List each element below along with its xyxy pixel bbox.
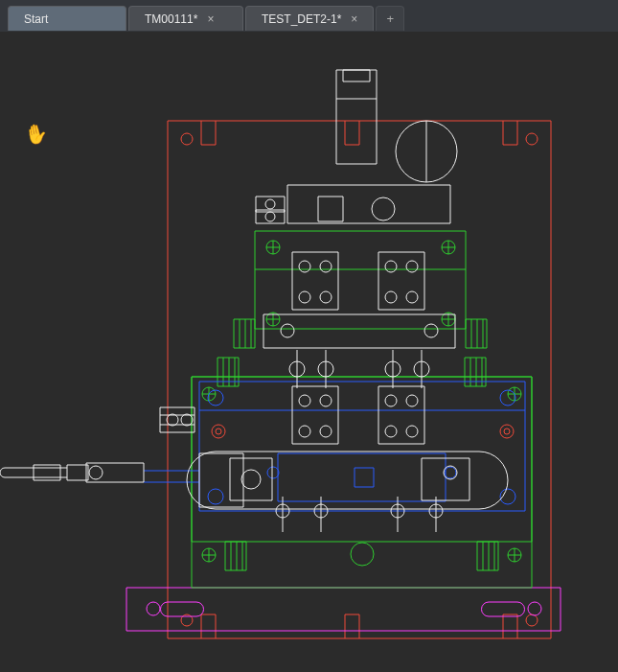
- svg-point-116: [406, 261, 418, 272]
- svg-point-33: [528, 602, 541, 615]
- svg-point-106: [372, 197, 395, 220]
- svg-rect-142: [160, 407, 195, 432]
- svg-rect-100: [343, 70, 370, 81]
- layer-magenta-riser: [126, 588, 561, 631]
- svg-point-123: [424, 324, 438, 337]
- svg-point-13: [500, 425, 514, 438]
- tab-bar: Start TM00111* × TEST_DET2-1* × +: [0, 0, 618, 33]
- svg-point-96: [445, 467, 456, 478]
- svg-point-70: [351, 543, 374, 566]
- svg-point-139: [320, 426, 332, 437]
- svg-point-15: [504, 429, 510, 434]
- svg-rect-93: [278, 453, 446, 501]
- svg-point-113: [299, 261, 310, 272]
- layer-white-hardware: [0, 70, 508, 532]
- svg-point-119: [385, 291, 397, 303]
- close-icon[interactable]: ×: [349, 13, 359, 25]
- svg-rect-147: [199, 453, 243, 507]
- svg-point-141: [406, 426, 418, 437]
- svg-rect-104: [287, 185, 450, 223]
- svg-point-135: [320, 395, 332, 406]
- svg-point-109: [265, 199, 275, 209]
- svg-point-137: [406, 395, 418, 406]
- svg-point-30: [147, 602, 160, 615]
- svg-rect-133: [378, 386, 424, 444]
- svg-point-117: [299, 291, 310, 303]
- svg-rect-94: [355, 468, 374, 487]
- svg-point-95: [267, 467, 279, 478]
- svg-point-140: [385, 426, 397, 437]
- svg-point-12: [212, 425, 225, 438]
- svg-point-143: [167, 414, 178, 426]
- svg-rect-111: [292, 252, 338, 310]
- drawing-viewport[interactable]: ✋: [0, 32, 618, 672]
- tab-start[interactable]: Start: [8, 6, 126, 31]
- tab-document-1[interactable]: TEST_DET2-1* ×: [245, 6, 374, 31]
- svg-point-26: [526, 614, 538, 626]
- svg-point-149: [241, 470, 261, 489]
- svg-rect-71: [225, 542, 246, 570]
- close-icon[interactable]: ×: [205, 13, 216, 25]
- svg-rect-99: [336, 70, 377, 164]
- svg-point-10: [181, 133, 193, 145]
- tab-document-0[interactable]: TM00111* ×: [128, 6, 243, 31]
- cad-drawing: [0, 32, 618, 672]
- layer-blue-subplate: [144, 382, 525, 511]
- svg-point-91: [208, 489, 223, 504]
- svg-point-138: [299, 426, 310, 437]
- svg-rect-27: [126, 588, 561, 631]
- tab-label: TM00111*: [145, 12, 197, 26]
- svg-point-115: [385, 261, 397, 272]
- svg-point-144: [181, 414, 193, 426]
- svg-rect-105: [318, 197, 343, 221]
- svg-point-122: [281, 324, 294, 337]
- svg-rect-87: [199, 382, 525, 511]
- svg-point-110: [265, 212, 275, 221]
- svg-point-14: [216, 429, 221, 434]
- plus-icon: +: [387, 12, 395, 25]
- svg-point-120: [406, 291, 418, 303]
- svg-point-118: [320, 291, 332, 303]
- tab-label: TEST_DET2-1*: [262, 12, 341, 26]
- new-tab-button[interactable]: +: [376, 6, 404, 31]
- svg-point-114: [320, 261, 332, 272]
- svg-rect-57: [192, 377, 532, 542]
- svg-rect-112: [378, 252, 424, 310]
- svg-rect-121: [263, 314, 455, 348]
- svg-rect-161: [67, 465, 88, 480]
- svg-rect-75: [477, 542, 498, 570]
- svg-rect-52: [466, 319, 487, 348]
- svg-point-162: [89, 466, 103, 479]
- svg-point-136: [385, 395, 397, 406]
- svg-rect-165: [34, 465, 60, 480]
- svg-point-134: [299, 395, 310, 406]
- layer-green-plates: [192, 231, 532, 588]
- tab-label: Start: [24, 12, 48, 26]
- svg-rect-148: [230, 458, 272, 500]
- svg-rect-132: [292, 386, 338, 444]
- svg-point-11: [526, 133, 538, 145]
- svg-rect-48: [234, 319, 255, 348]
